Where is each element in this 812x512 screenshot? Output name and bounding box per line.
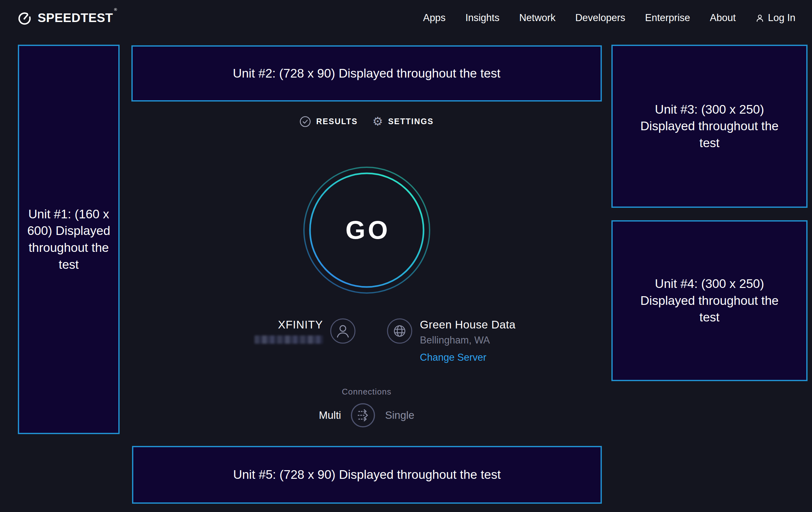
isp-block: XFINITY bbox=[218, 315, 323, 344]
connections-toggle-row: Multi Single bbox=[132, 403, 602, 428]
check-circle-icon bbox=[299, 116, 311, 127]
gear-icon: ⚙ bbox=[373, 115, 383, 127]
multi-connections-toggle-icon[interactable] bbox=[350, 403, 375, 428]
server-location: Bellingham, WA bbox=[420, 334, 516, 346]
connections-option-single[interactable]: Single bbox=[385, 409, 414, 421]
isp-name: XFINITY bbox=[218, 318, 323, 331]
ad-unit-3-rectangle: Unit #3: (300 x 250) Displayed throughou… bbox=[611, 45, 808, 208]
tab-settings-label: SETTINGS bbox=[388, 117, 434, 126]
connection-info-row: XFINITY Green House Data Bellingham, WA … bbox=[132, 315, 602, 363]
change-server-link[interactable]: Change Server bbox=[420, 352, 516, 363]
ad-unit-1-skyscraper: Unit #1: (160 x 600) Displayed throughou… bbox=[18, 45, 120, 434]
connections-option-multi[interactable]: Multi bbox=[319, 409, 341, 421]
ad-unit-3-label: Unit #3: (300 x 250) Displayed throughou… bbox=[638, 101, 780, 152]
globe-icon bbox=[387, 318, 412, 344]
login-button[interactable]: Log In bbox=[756, 12, 795, 24]
ad-unit-4-rectangle: Unit #4: (300 x 250) Displayed throughou… bbox=[611, 220, 808, 381]
server-block: Green House Data Bellingham, WA Change S… bbox=[420, 315, 516, 363]
tabs-row: RESULTS ⚙ SETTINGS bbox=[132, 115, 602, 127]
tab-settings[interactable]: ⚙ SETTINGS bbox=[373, 115, 434, 127]
ad-unit-1-label: Unit #1: (160 x 600) Displayed throughou… bbox=[27, 206, 111, 273]
speedtest-main-panel: RESULTS ⚙ SETTINGS GO XFINITY bbox=[132, 0, 602, 512]
go-button-label: GO bbox=[296, 160, 437, 301]
user-circle-icon bbox=[330, 318, 356, 344]
go-button[interactable]: GO bbox=[296, 160, 437, 301]
trademark-symbol: ® bbox=[114, 7, 117, 12]
ad-unit-4-label: Unit #4: (300 x 250) Displayed throughou… bbox=[638, 275, 780, 326]
nav-item-enterprise[interactable]: Enterprise bbox=[645, 12, 690, 24]
logo-text: SPEEDTEST® bbox=[38, 11, 117, 25]
obscured-ip-address bbox=[255, 335, 323, 344]
nav-item-about[interactable]: About bbox=[710, 12, 736, 24]
server-name: Green House Data bbox=[420, 318, 516, 331]
speedtest-logo[interactable]: SPEEDTEST® bbox=[17, 10, 117, 26]
tab-results[interactable]: RESULTS bbox=[299, 116, 357, 127]
connections-label: Connections bbox=[132, 387, 602, 397]
user-icon bbox=[756, 14, 764, 22]
tab-results-label: RESULTS bbox=[316, 117, 357, 126]
gauge-icon bbox=[17, 10, 32, 26]
